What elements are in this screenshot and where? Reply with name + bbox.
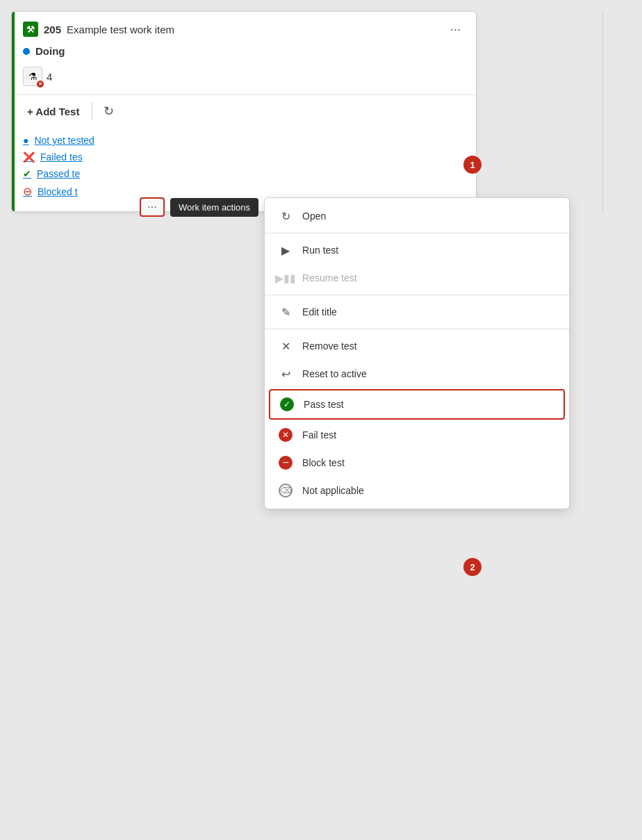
menu-item-resume-test: ▶▮▮ Resume test [265, 264, 569, 292]
list-item-passed[interactable]: ✔ Passed te [23, 166, 465, 181]
list-item-label: Not yet tested [34, 135, 94, 146]
resume-icon: ▶▮▮ [279, 271, 293, 285]
card-id: 205 [44, 24, 61, 35]
list-item-label: Passed te [37, 168, 80, 179]
status-icon-minus: ⊖ [23, 185, 32, 198]
separator-3 [265, 329, 569, 329]
menu-item-open[interactable]: ↻ Open [265, 202, 569, 230]
fail-dot: ✕ [37, 81, 44, 88]
card-title: Example test work item [67, 24, 174, 35]
card-status: Doing [12, 44, 476, 64]
menu-item-edit-title[interactable]: ✎ Edit title [265, 298, 569, 326]
menu-item-block-test[interactable]: − Block test [265, 449, 569, 477]
list-item-not-yet-tested[interactable]: ● Not yet tested [23, 133, 465, 148]
card-badge-row: ⚗ ✕ 4 [12, 64, 476, 94]
not-applicable-icon: ⌫ [279, 484, 293, 497]
add-test-button[interactable]: + Add Test [23, 101, 86, 122]
dropdown-wrapper: ··· Work item actions ↻ Open ▶ Run test … [140, 197, 570, 509]
menu-item-fail-test[interactable]: ✕ Fail test [265, 421, 569, 449]
menu-item-label: Edit title [302, 306, 337, 318]
menu-item-label: Not applicable [302, 485, 364, 496]
menu-item-label: Pass test [304, 399, 344, 410]
run-icon: ▶ [279, 243, 293, 257]
status-icon-red: ❌ [23, 151, 35, 163]
right-divider [602, 11, 603, 212]
work-item-actions-tooltip: Work item actions [170, 198, 258, 217]
menu-item-run-test[interactable]: ▶ Run test [265, 236, 569, 264]
open-icon: ↻ [279, 209, 293, 223]
annotation-2: 2 [463, 558, 481, 576]
card-toolbar: + Add Test ↻ [12, 94, 476, 127]
menu-item-remove-test[interactable]: ✕ Remove test [265, 332, 569, 360]
menu-item-label: Open [302, 211, 326, 222]
list-item-label: Blocked t [38, 186, 78, 197]
list-item-label: Failed tes [40, 151, 83, 163]
card-header: ⚒ 205 Example test work item ··· [12, 12, 476, 44]
work-item-card: ⚒ 205 Example test work item ··· Doing ⚗… [11, 11, 477, 212]
status-icon-blue: ● [23, 135, 28, 146]
edit-icon: ✎ [279, 305, 293, 319]
card-title-row: ⚒ 205 Example test work item [23, 22, 174, 37]
status-icon-green: ✔ [23, 168, 31, 179]
menu-item-label: Resume test [302, 272, 357, 283]
block-icon: − [279, 456, 293, 470]
card-more-button[interactable]: ··· [446, 22, 465, 37]
fail-icon: ✕ [279, 428, 293, 442]
reset-icon: ↩ [279, 367, 293, 381]
separator-1 [265, 233, 569, 233]
menu-item-label: Block test [302, 457, 345, 468]
menu-item-label: Run test [302, 245, 338, 256]
menu-item-label: Fail test [302, 429, 336, 440]
menu-item-label: Remove test [302, 340, 357, 352]
card-accent-border [12, 12, 15, 211]
toolbar-divider [92, 103, 92, 120]
separator-2 [265, 295, 569, 295]
refresh-button[interactable]: ↻ [98, 101, 120, 122]
pass-icon: ✓ [280, 397, 294, 411]
remove-icon: ✕ [279, 339, 293, 353]
flask-icon: ⚗ [28, 71, 38, 82]
menu-item-not-applicable[interactable]: ⌫ Not applicable [265, 477, 569, 504]
annotation-1: 1 [463, 156, 481, 174]
list-item-failed[interactable]: ❌ Failed tes [23, 149, 465, 165]
status-label: Doing [35, 45, 65, 57]
menu-item-label: Reset to active [302, 368, 367, 379]
menu-trigger-button[interactable]: ··· [140, 197, 165, 217]
test-badge-icon: ⚗ ✕ [23, 67, 42, 86]
status-dot [23, 48, 30, 55]
test-work-item-icon: ⚒ [23, 22, 38, 37]
badge-count: 4 [47, 71, 52, 83]
menu-item-pass-test[interactable]: ✓ Pass test [269, 389, 565, 420]
menu-item-reset-active[interactable]: ↩ Reset to active [265, 360, 569, 388]
dropdown-menu: ↻ Open ▶ Run test ▶▮▮ Resume test ✎ Edit… [264, 197, 570, 509]
